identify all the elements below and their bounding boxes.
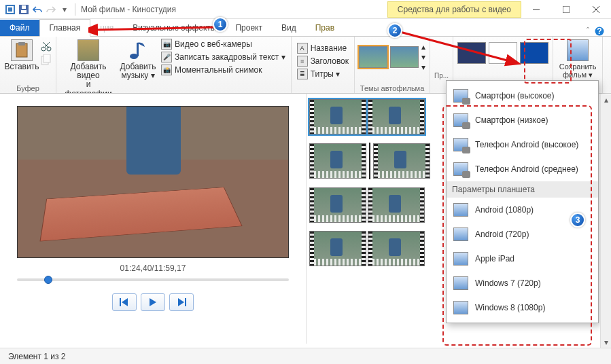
video-preview[interactable] [17,106,289,258]
phone-icon [453,138,468,151]
titles-button[interactable]: ≣Титры ▾ [296,68,350,80]
group-add: Добавить видео и фотографии Добавить муз… [56,37,292,93]
clip-thumb[interactable] [309,143,366,179]
annotation-badge-1: 1 [213,17,228,32]
scroll-up-icon[interactable]: ▴ [601,94,611,105]
svg-marker-24 [122,298,128,306]
theme-up-icon[interactable]: ▴ [421,42,425,52]
svg-rect-2 [8,7,12,12]
dd-smartphone-high[interactable]: Смартфон (высокое) [447,84,598,108]
redo-icon[interactable] [45,3,57,16]
contextual-tab-label: Средства для работы с видео [387,1,521,18]
seek-bar[interactable] [17,278,289,281]
webcam-icon: 📷 [161,39,172,50]
voiceover-button[interactable]: 🎤Записать закадровый текст ▾ [160,51,287,63]
cut-icon[interactable] [41,41,52,52]
credits-icon: ≣ [297,69,308,79]
collapse-ribbon-icon[interactable]: ˆ [587,26,589,36]
tablet-icon [453,301,468,314]
add-music-button[interactable]: Добавить музыку ▾ [119,38,157,94]
theme-more-icon[interactable]: ▾ [421,62,425,72]
tab-view[interactable]: Вид [272,20,306,36]
next-frame-button[interactable] [169,293,194,311]
svg-marker-27 [178,298,184,306]
ribbon-tabs: Файл Главная ция Визуальные эффекты Прое… [0,19,611,37]
music-note-icon [127,39,149,61]
annotation-badge-2: 2 [387,23,402,38]
svg-line-16 [43,42,49,48]
tablet-icon [453,228,468,241]
dd-win7[interactable]: Windows 7 (720p) [447,271,598,295]
close-button[interactable] [581,0,611,19]
maximize-button[interactable] [551,0,581,19]
prev-frame-button[interactable] [112,293,137,311]
theme-thumb[interactable] [390,46,419,68]
publish-thumb[interactable] [489,42,517,64]
dd-android-mid[interactable]: Телефон Android (среднее) [447,157,598,181]
theme-down-icon[interactable]: ▾ [421,52,425,62]
tab-animation[interactable]: ция [90,20,123,36]
svg-rect-7 [563,6,570,13]
dd-smartphone-low[interactable]: Смартфон (низкое) [447,108,598,132]
save-icon[interactable] [18,3,30,16]
svg-line-17 [43,42,50,48]
clip-thumb[interactable] [368,187,425,223]
title-bar: ▾ Мой фильм - Киностудия Средства для ра… [0,0,611,19]
qat-dropdown-icon[interactable]: ▾ [58,3,71,16]
help-icon[interactable]: ? [595,26,604,36]
clip-thumb[interactable] [309,187,366,223]
tab-home[interactable]: Главная [39,19,91,37]
svg-rect-13 [18,42,25,46]
tab-file[interactable]: Файл [0,20,39,36]
title-icon: A [297,43,308,54]
publish-thumb[interactable] [457,42,486,64]
film-export-icon [567,39,589,61]
svg-rect-4 [21,10,27,13]
snapshot-button[interactable]: 📸Моментальный снимок [160,64,287,76]
play-button[interactable] [141,293,165,311]
group-themes: ▴ ▾ ▾ Темы автофильма [355,37,430,93]
tab-edit[interactable]: Прав [306,20,344,36]
add-video-button[interactable]: Добавить видео и фотографии [60,38,116,94]
mic-icon: 🎤 [161,52,172,62]
undo-icon[interactable] [31,3,43,16]
publish-thumb[interactable] [520,42,548,64]
minimize-button[interactable] [521,0,551,19]
phone-icon [453,89,468,103]
playhead[interactable] [369,143,370,179]
clip-thumb[interactable] [368,99,425,134]
signin-button[interactable]: Войти [607,38,611,73]
svg-point-15 [47,47,51,51]
group-signin: Войти [603,37,611,93]
svg-rect-19 [43,54,50,62]
svg-rect-26 [185,298,186,306]
save-movie-button[interactable]: Сохранить фильм ▾ [557,38,598,80]
theme-thumb[interactable] [359,46,387,68]
camera-icon: 📸 [161,65,172,75]
svg-rect-21 [137,43,139,56]
paste-button[interactable]: Вставить [4,38,39,73]
dd-android-high[interactable]: Телефон Android (высокое) [447,132,598,157]
svg-text:?: ? [597,26,601,36]
clip-thumb[interactable] [309,231,366,266]
title-button[interactable]: AНазвание [296,42,350,54]
clip-thumb[interactable] [368,231,425,266]
header-button[interactable]: ≡Заголовок [296,55,350,67]
tab-project[interactable]: Проект [226,20,272,36]
vertical-scrollbar[interactable]: ▴ ▾ [600,94,611,348]
dd-ipad[interactable]: Apple iPad [447,247,598,271]
tab-visual-effects[interactable]: Визуальные эффекты [123,20,226,36]
webcam-button[interactable]: 📷Видео с веб-камеры [160,38,287,50]
scroll-down-icon[interactable]: ▾ [601,337,611,348]
status-text: Элемент 1 из 2 [8,352,66,361]
svg-rect-23 [120,298,121,306]
clip-thumb[interactable] [373,143,430,179]
clip-thumb[interactable] [309,99,366,134]
phone-icon [453,113,468,127]
copy-icon[interactable] [41,54,52,65]
tablet-icon [453,276,468,290]
status-bar: Элемент 1 из 2 [0,348,611,364]
header-icon: ≡ [297,56,308,67]
svg-point-14 [41,47,46,51]
dd-win8[interactable]: Windows 8 (1080p) [447,295,598,320]
